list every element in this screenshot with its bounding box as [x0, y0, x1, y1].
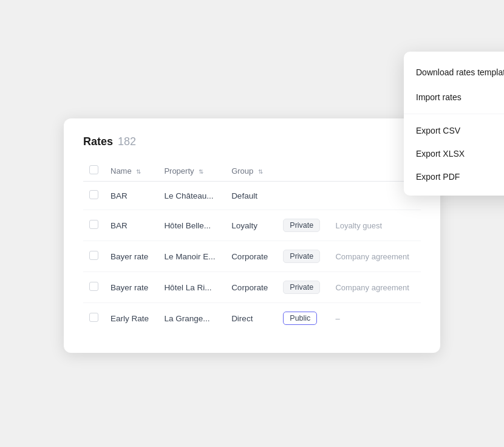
header-checkbox[interactable] — [89, 165, 98, 174]
cell-restriction: Loyalty guest — [329, 210, 421, 241]
cell-group: Default — [225, 182, 277, 210]
cell-name: BAR — [104, 210, 158, 241]
export-pdf-item[interactable]: Export PDF — [404, 165, 504, 188]
table-row: Bayer rateLe Manoir E...CorporatePrivate… — [83, 241, 421, 272]
export-xlsx-label: Export XLSX — [416, 149, 465, 159]
cell-visibility: Private — [277, 241, 329, 272]
visibility-badge[interactable]: Public — [283, 312, 317, 325]
table-row: Early RateLa Grange...DirectPublic– — [83, 303, 421, 334]
rates-count: 182 — [118, 135, 136, 148]
dropdown-divider — [404, 114, 504, 114]
cell-property: Hôtel Belle... — [158, 210, 225, 241]
cell-name: Early Rate — [104, 303, 158, 334]
row-checkbox[interactable] — [89, 190, 98, 199]
cell-visibility: Public — [277, 303, 329, 334]
page-title: Rates — [83, 135, 113, 148]
download-rates-label: Download rates template — [416, 67, 504, 77]
header-property: Property ⇅ — [158, 160, 225, 182]
cell-name: Bayer rate — [104, 241, 158, 272]
export-csv-item[interactable]: Export CSV — [404, 119, 504, 142]
card-header: Rates 182 — [83, 135, 421, 148]
restriction-text: Loyalty guest — [335, 221, 382, 230]
cell-property: La Grange... — [158, 303, 225, 334]
import-rates-item[interactable]: Import rates — [404, 86, 504, 109]
table-row: BARLe Château...Default — [83, 182, 421, 210]
dropdown-menu: Download rates template ☞ Import rates E… — [404, 52, 504, 196]
cell-group: Loyalty — [225, 210, 277, 241]
rates-table: Name ⇅ Property ⇅ Group ⇅ BARLe Château.… — [83, 160, 421, 333]
row-checkbox[interactable] — [89, 313, 98, 322]
cell-visibility: Private — [277, 272, 329, 303]
row-checkbox[interactable] — [89, 282, 98, 291]
table-row: Bayer rateHôtel La Ri...CorporatePrivate… — [83, 272, 421, 303]
cell-group: Corporate — [225, 272, 277, 303]
cell-restriction: Company agreement — [329, 272, 421, 303]
cell-restriction: – — [329, 303, 421, 334]
table-body: BARLe Château...DefaultBARHôtel Belle...… — [83, 182, 421, 334]
export-csv-label: Export CSV — [416, 126, 460, 135]
cell-group: Corporate — [225, 241, 277, 272]
table-row: BARHôtel Belle...LoyaltyPrivateLoyalty g… — [83, 210, 421, 241]
restriction-text: – — [335, 314, 339, 323]
import-rates-label: Import rates — [416, 92, 461, 102]
property-sort-icon[interactable]: ⇅ — [199, 168, 203, 175]
cell-restriction: Company agreement — [329, 241, 421, 272]
header-group: Group ⇅ — [225, 160, 277, 182]
cell-property: Hôtel La Ri... — [158, 272, 225, 303]
cell-group: Direct — [225, 303, 277, 334]
row-checkbox[interactable] — [89, 251, 98, 260]
cell-name: Bayer rate — [104, 272, 158, 303]
cell-visibility: Private — [277, 210, 329, 241]
visibility-badge[interactable]: Private — [283, 219, 320, 232]
visibility-badge[interactable]: Private — [283, 281, 320, 294]
visibility-badge[interactable]: Private — [283, 250, 320, 263]
main-card: Download rates template ☞ Import rates E… — [64, 118, 440, 353]
cell-visibility — [277, 182, 329, 210]
header-visibility — [277, 160, 329, 182]
row-checkbox[interactable] — [89, 220, 98, 229]
group-sort-icon[interactable]: ⇅ — [258, 168, 263, 175]
download-rates-template-item[interactable]: Download rates template ☞ — [404, 59, 504, 86]
name-sort-icon[interactable]: ⇅ — [136, 168, 141, 175]
header-name: Name ⇅ — [104, 160, 158, 182]
cell-property: Le Château... — [158, 182, 225, 210]
header-checkbox-cell — [83, 160, 104, 182]
cell-property: Le Manoir E... — [158, 241, 225, 272]
export-pdf-label: Export PDF — [416, 172, 460, 182]
dropdown-bottom-section: Export CSV Export XLSX Export PDF — [404, 117, 504, 191]
restriction-text: Company agreement — [335, 283, 409, 292]
table-header: Name ⇅ Property ⇅ Group ⇅ — [83, 160, 421, 182]
export-xlsx-item[interactable]: Export XLSX — [404, 142, 504, 165]
dropdown-top-section: Download rates template ☞ Import rates — [404, 56, 504, 111]
restriction-text: Company agreement — [335, 252, 409, 261]
cell-name: BAR — [104, 182, 158, 210]
